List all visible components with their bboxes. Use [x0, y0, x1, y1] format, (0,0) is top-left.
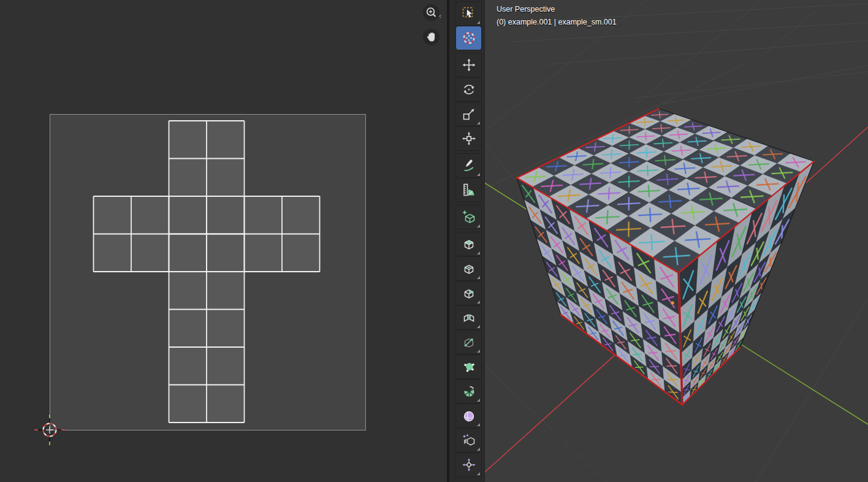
- smooth-icon: [461, 408, 477, 424]
- active-object-label: (0) example.001 | example_sm.001: [497, 16, 617, 28]
- spin-tool-button[interactable]: [456, 380, 481, 403]
- viewport-3d-pane[interactable]: User Perspective (0) example.001 | examp…: [449, 0, 868, 482]
- uv-editor-pane[interactable]: ‹: [0, 0, 449, 482]
- randomize-tool-button[interactable]: [456, 429, 481, 452]
- measure-tool-button[interactable]: [456, 178, 481, 202]
- poly-build-tool-button[interactable]: [456, 355, 481, 378]
- inset-faces-icon: [461, 261, 477, 277]
- bevel-icon: [461, 285, 477, 301]
- knife-tool-button[interactable]: [456, 331, 481, 354]
- rotate-icon: [461, 82, 477, 98]
- blender-window: ‹ User Perspective (0) example.001 | exa…: [0, 0, 868, 482]
- annotate-tool-button[interactable]: [456, 154, 481, 177]
- smooth-tool-button[interactable]: [456, 404, 481, 427]
- pan-hand-button[interactable]: [423, 29, 440, 45]
- add-cube-tool-button[interactable]: [456, 205, 481, 229]
- zoom-in-button[interactable]: [423, 4, 440, 21]
- shrink-fatten-tool-button[interactable]: [456, 453, 481, 476]
- extrude-region-tool-button[interactable]: [456, 232, 481, 256]
- annotate-icon: [461, 158, 477, 174]
- viewport-header-overlay: User Perspective (0) example.001 | examp…: [497, 3, 617, 28]
- uv-canvas[interactable]: [0, 0, 449, 482]
- hand-icon: [424, 29, 440, 45]
- rotate-tool-button[interactable]: [456, 78, 481, 101]
- scale-tool-button[interactable]: [456, 102, 481, 126]
- spin-icon: [461, 383, 477, 399]
- view-perspective-label: User Perspective: [497, 3, 617, 15]
- inset-faces-tool-button[interactable]: [456, 257, 481, 280]
- extrude-region-icon: [461, 236, 477, 252]
- move-tool-button[interactable]: [456, 53, 481, 77]
- randomize-icon: [461, 432, 477, 448]
- transform-icon: [461, 131, 477, 147]
- cursor-tool-button[interactable]: [456, 26, 481, 50]
- region-collapse-chevron[interactable]: ‹: [439, 12, 441, 20]
- transform-tool-button[interactable]: [456, 127, 481, 150]
- scale-icon: [461, 106, 477, 122]
- magnifier-icon: [424, 5, 440, 21]
- loop-cut-icon: [461, 310, 477, 326]
- poly-build-icon: [461, 359, 477, 375]
- add-cube-icon: [461, 209, 477, 225]
- bevel-tool-button[interactable]: [456, 281, 481, 305]
- object-origin-dot: [671, 301, 674, 305]
- move-icon: [461, 57, 477, 73]
- select-box-icon: [461, 6, 477, 21]
- select-box-tool-button[interactable]: [456, 2, 481, 25]
- knife-icon: [461, 334, 477, 350]
- cursor-icon: [461, 30, 477, 46]
- viewport-toolbar: [449, 0, 485, 482]
- shrink-fatten-icon: [461, 457, 477, 473]
- loop-cut-tool-button[interactable]: [456, 306, 481, 329]
- viewport-scene: [449, 0, 868, 482]
- measure-icon: [461, 182, 477, 198]
